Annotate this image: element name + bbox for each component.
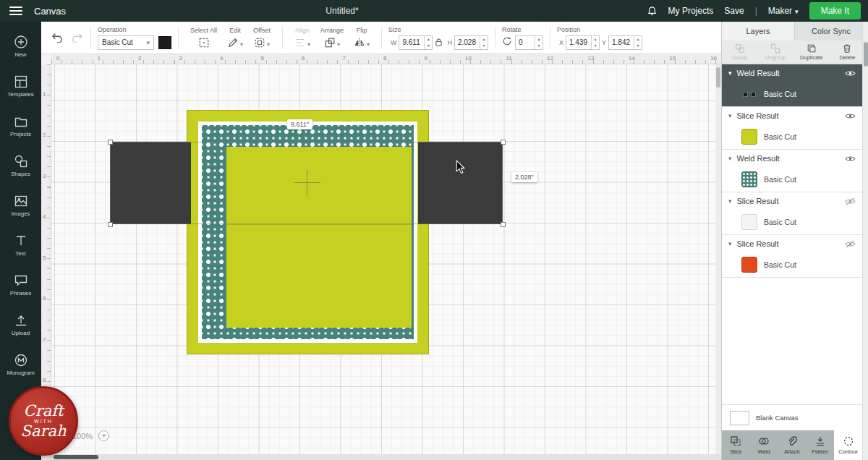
width-input[interactable]: 9.611 bbox=[399, 35, 433, 50]
eye-icon[interactable] bbox=[845, 155, 856, 163]
chevron-down-icon[interactable] bbox=[728, 69, 732, 77]
slice-button[interactable]: Slice bbox=[722, 430, 750, 460]
y-step-down[interactable] bbox=[634, 43, 642, 49]
layer-group-slice-result-2[interactable]: Slice Result Basic Cut bbox=[722, 192, 862, 235]
layer-row[interactable]: Basic Cut bbox=[722, 124, 862, 149]
sidebar-item-shapes[interactable]: Shapes bbox=[0, 145, 41, 185]
sidebar-item-upload[interactable]: Upload bbox=[0, 304, 41, 344]
selection-handle-top-left[interactable] bbox=[108, 140, 113, 145]
sidebar-item-text[interactable]: Text bbox=[0, 225, 41, 265]
width-step-down[interactable] bbox=[425, 43, 432, 49]
menu-icon[interactable] bbox=[9, 7, 22, 15]
weld-button[interactable]: Weld bbox=[750, 430, 778, 460]
layer-group-header[interactable]: Weld Result bbox=[722, 150, 862, 167]
save-link[interactable]: Save bbox=[724, 6, 744, 16]
height-step-up[interactable] bbox=[480, 36, 488, 43]
layer-row[interactable]: Basic Cut bbox=[722, 252, 862, 277]
layer-group-header[interactable]: Slice Result bbox=[722, 192, 862, 210]
layer-group-slice-result-1[interactable]: Slice Result Basic Cut bbox=[722, 107, 862, 150]
size-lock-icon[interactable] bbox=[435, 38, 443, 47]
layer-group-weld-result-1[interactable]: Weld Result Basic Cut bbox=[722, 64, 862, 107]
tab-color-sync[interactable]: Color Sync bbox=[795, 22, 868, 41]
chevron-down-icon bbox=[795, 6, 799, 16]
notifications-bell-icon[interactable] bbox=[647, 6, 658, 17]
ungroup-button[interactable]: Ungroup bbox=[760, 43, 791, 61]
sidebar-item-monogram[interactable]: Monogram bbox=[0, 344, 41, 384]
eye-icon[interactable] bbox=[845, 69, 856, 77]
edit-button[interactable]: Edit bbox=[227, 27, 243, 49]
sidebar-item-phrases[interactable]: Phrases bbox=[0, 265, 41, 304]
layer-group-header[interactable]: Slice Result bbox=[722, 235, 862, 252]
width-step-up[interactable] bbox=[425, 36, 432, 43]
layer-group-header[interactable]: Slice Result bbox=[722, 107, 862, 124]
operation-select[interactable]: Basic Cut bbox=[98, 35, 154, 50]
make-it-button[interactable]: Make It bbox=[809, 2, 861, 20]
y-position-input[interactable]: 1.842 bbox=[608, 35, 642, 50]
x-position-input[interactable]: 1.439 bbox=[566, 35, 600, 50]
layer-row[interactable]: Basic Cut bbox=[722, 167, 862, 192]
layer-group-weld-result-2[interactable]: Weld Result Basic Cut bbox=[722, 150, 862, 192]
eye-off-icon[interactable] bbox=[845, 240, 856, 248]
eye-off-icon[interactable] bbox=[845, 197, 856, 205]
sidebar-item-images[interactable]: Images bbox=[0, 185, 41, 225]
eye-icon[interactable] bbox=[845, 112, 856, 120]
group-button[interactable]: Group bbox=[724, 43, 756, 61]
chevron-down-icon[interactable] bbox=[728, 112, 732, 119]
select-all-button[interactable]: Select All bbox=[190, 27, 217, 49]
x-step-down[interactable] bbox=[592, 43, 599, 49]
h-ruler-number: 1 bbox=[98, 55, 101, 61]
y-step-up[interactable] bbox=[634, 36, 642, 43]
h-ruler-number: 8 bbox=[383, 55, 386, 61]
zoom-in-icon[interactable] bbox=[98, 430, 109, 441]
horizontal-scrollbar-thumb[interactable] bbox=[54, 455, 98, 459]
horizontal-scrollbar bbox=[51, 454, 721, 460]
height-step-down[interactable] bbox=[480, 43, 488, 49]
canvas-workspace[interactable]: 012345678910111213141516 0123456789 9.61… bbox=[41, 54, 721, 460]
sidebar-item-new[interactable]: New bbox=[0, 26, 41, 66]
machine-selector[interactable]: Maker bbox=[768, 6, 799, 16]
flip-icon bbox=[354, 37, 365, 48]
selection-handle-top-right[interactable] bbox=[501, 140, 506, 145]
sidebar-item-templates[interactable]: Templates bbox=[0, 66, 41, 106]
document-title[interactable]: Untitled* bbox=[326, 6, 358, 16]
sidebar-item-projects[interactable]: Projects bbox=[0, 106, 41, 145]
blank-canvas-row[interactable]: Blank Canvas bbox=[722, 404, 862, 430]
contour-button[interactable]: Contour bbox=[834, 430, 862, 460]
rotate-step-up[interactable] bbox=[535, 36, 542, 43]
align-button[interactable]: Align bbox=[294, 27, 310, 49]
selection-handle-bottom-right[interactable] bbox=[501, 222, 506, 227]
chevron-down-icon[interactable] bbox=[728, 155, 732, 162]
trash-icon bbox=[842, 43, 852, 54]
y-label: Y bbox=[602, 39, 606, 46]
layer-list: Weld Result Basic Cut Slice Result Basic bbox=[722, 64, 862, 404]
canvas-color-swatch[interactable] bbox=[730, 411, 749, 425]
layer-group-header[interactable]: Weld Result bbox=[722, 64, 862, 82]
rotate-input[interactable]: 0 bbox=[515, 35, 543, 50]
duplicate-button[interactable]: Duplicate bbox=[796, 43, 827, 61]
selection-bounding-box[interactable] bbox=[110, 142, 503, 224]
chevron-down-icon[interactable] bbox=[728, 197, 732, 205]
x-step-up[interactable] bbox=[592, 36, 599, 43]
pencil-icon bbox=[227, 37, 239, 48]
offset-button[interactable]: Offset bbox=[253, 27, 271, 49]
layer-group-slice-result-3[interactable]: Slice Result Basic Cut bbox=[722, 235, 862, 278]
h-ruler-number: 9 bbox=[425, 55, 427, 61]
layer-row[interactable]: Basic Cut bbox=[722, 210, 862, 234]
delete-button[interactable]: Delete bbox=[831, 43, 863, 61]
operation-color-swatch[interactable] bbox=[158, 36, 171, 49]
flip-button[interactable]: Flip bbox=[354, 27, 370, 49]
my-projects-link[interactable]: My Projects bbox=[668, 6, 714, 16]
attach-button[interactable]: Attach bbox=[778, 430, 807, 460]
height-input[interactable]: 2.028 bbox=[454, 35, 488, 50]
layers-scrollbar-thumb[interactable] bbox=[864, 42, 868, 67]
rotate-step-down[interactable] bbox=[535, 43, 542, 49]
tab-layers[interactable]: Layers bbox=[722, 22, 795, 41]
redo-icon[interactable] bbox=[71, 33, 84, 43]
flatten-button[interactable]: Flatten bbox=[806, 430, 834, 460]
canvas-vertical-scrollbar-thumb[interactable] bbox=[716, 67, 720, 88]
chevron-down-icon[interactable] bbox=[728, 240, 732, 247]
selection-handle-bottom-left[interactable] bbox=[108, 222, 113, 227]
arrange-button[interactable]: Arrange bbox=[320, 27, 344, 49]
layer-row[interactable]: Basic Cut bbox=[722, 82, 862, 106]
undo-icon[interactable] bbox=[51, 33, 64, 43]
